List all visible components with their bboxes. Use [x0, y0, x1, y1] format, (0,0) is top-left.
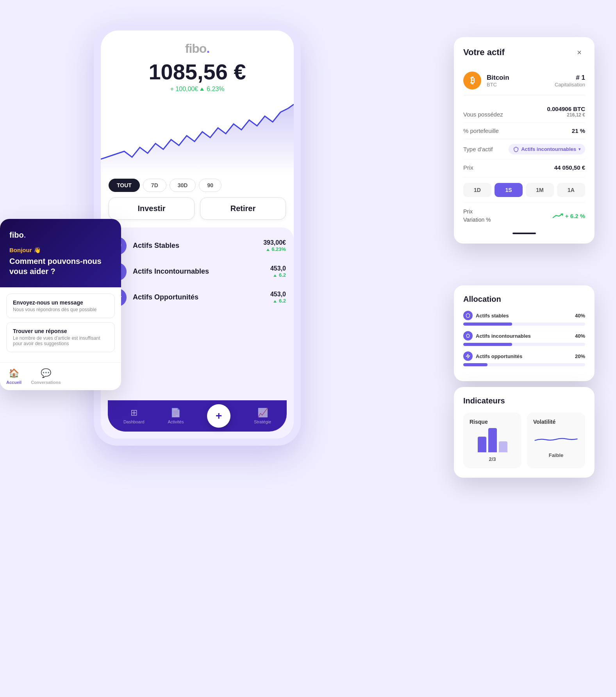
- svg-marker-3: [466, 354, 470, 358]
- type-actif-row: Type d'actif Actifs incontournables ▾: [463, 139, 585, 159]
- type-actif-value: Actifs incontournables: [521, 146, 576, 152]
- svg-marker-2: [466, 334, 470, 337]
- possedez-label: Vous possédez: [463, 111, 503, 118]
- trend-icon: [552, 212, 563, 219]
- type-actif-badge[interactable]: Actifs incontournables ▾: [509, 144, 585, 154]
- asset-row-stables[interactable]: Actifs Stables 393,00€ 6.23%: [109, 237, 286, 255]
- portefeuille-value: 21 %: [572, 127, 585, 134]
- alloc-pct-stables: 40%: [575, 313, 585, 319]
- risque-bar-1: [478, 437, 486, 452]
- balance-change-amount: + 100,00€: [170, 86, 198, 92]
- mini-arrow-icon-3: [273, 300, 277, 303]
- asset-row-opportunites[interactable]: Actifs Opportunités 453,0 6.2: [109, 288, 286, 306]
- nav-dashboard[interactable]: ⊞ Dashboard: [123, 408, 145, 424]
- chat-nav-conversations[interactable]: 💬 Conversations: [31, 368, 61, 385]
- chat-footer: 🏠 Accueil 💬 Conversations: [0, 362, 121, 390]
- alloc-bar-fill-stables: [463, 323, 512, 326]
- possedez-value: 0.004906 BTC 216,12 €: [547, 106, 585, 118]
- risque-chart: [478, 429, 507, 452]
- asset-row-incontournables[interactable]: Actifs Incontournables 453,0 6.2: [109, 263, 286, 281]
- time-btn-30d[interactable]: 30D: [170, 179, 196, 192]
- indicateurs-panel: Indicateurs Risque 2/3 Volatilité Faible: [454, 387, 595, 478]
- price-chart: [101, 97, 294, 175]
- btc-icon: ₿: [463, 72, 481, 90]
- nav-investir-center[interactable]: +: [207, 404, 230, 428]
- chat-option-message[interactable]: Envoyez-nous un message Nous vous répond…: [6, 294, 115, 318]
- volatilite-card: Volatilité Faible: [527, 412, 585, 468]
- variation-row: Prix Variation % + 6.2 %: [463, 203, 585, 229]
- time-btn-tout[interactable]: TOUT: [109, 179, 140, 192]
- volatilite-chart: [533, 429, 579, 448]
- nav-strategie[interactable]: 📈 Stratégie: [254, 408, 271, 424]
- period-1m[interactable]: 1M: [526, 183, 554, 197]
- chat-nav-accueil[interactable]: 🏠 Accueil: [6, 368, 21, 385]
- time-filter-row: TOUT 7D 30D 90: [101, 179, 294, 197]
- alloc-icon-opportunites: [463, 351, 473, 361]
- investir-button[interactable]: Investir: [109, 197, 195, 220]
- alloc-name-incontournables: Actifs incontournables: [476, 333, 531, 339]
- balance-amount: 1085,56 €: [109, 60, 286, 84]
- nav-strategie-label: Stratégie: [254, 419, 271, 424]
- risque-card: Risque 2/3: [463, 412, 521, 468]
- chat-question: Comment pouvons-nous vous aider ?: [9, 256, 112, 276]
- alloc-bar-fill-opportunites: [463, 363, 487, 366]
- balance-section: 1085,56 € + 100,00€ 6.23%: [101, 60, 294, 97]
- risque-bar-2: [488, 428, 497, 452]
- period-1a[interactable]: 1A: [557, 183, 585, 197]
- period-row: 1D 1S 1M 1A: [463, 177, 585, 203]
- bottom-indicator: [512, 233, 536, 234]
- btc-ticker: BTC: [487, 82, 555, 88]
- fibo-logo: fibo.: [112, 41, 282, 56]
- asset-value-incontournables: 453,0 6.2: [270, 265, 286, 278]
- prix-value: 44 050,50 €: [554, 164, 585, 171]
- activites-icon: 📄: [170, 408, 181, 418]
- btc-rank-sub: Capitalisation: [555, 82, 585, 88]
- nav-activites-label: Activités: [168, 419, 184, 424]
- portefeuille-label: % portefeuille: [463, 127, 499, 134]
- variation-label: Prix Variation %: [463, 208, 491, 224]
- risque-value: 2/3: [489, 456, 496, 462]
- chat-option-title-2: Trouver une réponse: [13, 328, 108, 334]
- bottom-nav: ⊞ Dashboard 📄 Activités + 📈 Stratégie: [108, 400, 287, 432]
- alloc-pct-opportunites: 20%: [575, 353, 585, 359]
- prix-label: Prix: [463, 164, 473, 171]
- risque-label: Risque: [470, 419, 488, 425]
- alloc-row-incontournables: Actifs incontournables 40%: [463, 331, 585, 346]
- variation-value: + 6.2 %: [552, 212, 585, 219]
- chat-header: fibo. Bonjour 👋 Comment pouvons-nous vou…: [0, 219, 121, 287]
- chat-body: Envoyez-nous un message Nous vous répond…: [0, 287, 121, 362]
- alloc-icon-incontournables: [463, 331, 473, 340]
- time-btn-90[interactable]: 90: [199, 179, 221, 192]
- actif-panel-header: Votre actif ×: [463, 47, 585, 58]
- prix-row: Prix 44 050,50 €: [463, 159, 585, 177]
- arrow-up-icon: [200, 88, 204, 91]
- alloc-bar-bg-stables: [463, 323, 585, 326]
- risque-bar-3: [499, 441, 507, 452]
- asset-name-incontournables: Actifs Incontournables: [133, 267, 270, 276]
- alloc-name-stables: Actifs stables: [476, 313, 509, 319]
- asset-change-stables: 6.23%: [263, 246, 286, 252]
- close-button[interactable]: ×: [573, 47, 585, 58]
- phone-frame: fibo. 1085,56 € + 100,00€ 6.23%: [94, 23, 301, 446]
- actif-panel: Votre actif × ₿ Bitcoin BTC # 1 Capitali…: [454, 37, 595, 244]
- strategie-icon: 📈: [257, 408, 268, 418]
- time-btn-7d[interactable]: 7D: [143, 179, 166, 192]
- chat-panel: fibo. Bonjour 👋 Comment pouvons-nous vou…: [0, 219, 121, 390]
- chat-option-title-1: Envoyez-nous un message: [13, 299, 108, 306]
- alloc-row-opportunites: Actifs opportunités 20%: [463, 351, 585, 366]
- retirer-button[interactable]: Retirer: [200, 197, 286, 220]
- btc-rank-num: # 1: [555, 74, 585, 82]
- period-1s[interactable]: 1S: [495, 183, 523, 197]
- chat-option-sub-2: Le nombre de vues d'article est insuffis…: [13, 335, 108, 346]
- nav-activites[interactable]: 📄 Activités: [168, 408, 184, 424]
- actif-panel-title: Votre actif: [463, 47, 505, 57]
- possedez-sub: 216,12 €: [547, 112, 585, 118]
- possedez-row: Vous possédez 0.004906 BTC 216,12 €: [463, 101, 585, 123]
- nav-dashboard-label: Dashboard: [123, 419, 145, 424]
- shield-small-icon: [513, 147, 519, 152]
- btc-name: Bitcoin: [487, 74, 555, 82]
- chat-nav-conversations-label: Conversations: [31, 380, 61, 385]
- asset-change-opportunites: 6.2: [270, 298, 286, 304]
- period-1d[interactable]: 1D: [463, 183, 491, 197]
- chat-option-find[interactable]: Trouver une réponse Le nombre de vues d'…: [6, 322, 115, 352]
